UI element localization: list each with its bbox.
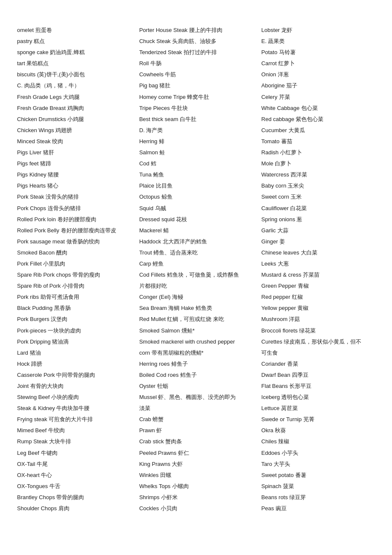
list-item: Lobster 龙虾: [261, 26, 375, 35]
list-item: Cod 鳕: [139, 159, 253, 168]
list-item: Chicken Wings 鸡翅膀: [17, 126, 131, 135]
list-item: Crab stick 蟹肉条: [139, 437, 253, 446]
list-item: Black Pudding 黑香肠: [17, 304, 131, 313]
list-item: Beans rots 绿豆芽: [261, 493, 375, 502]
list-item: Pork sausage meat 做香肠的绞肉: [17, 237, 131, 246]
list-item: Curettes 绿皮南瓜，形状似小黄瓜，但不: [261, 337, 375, 347]
list-item: Green Pepper 青椒: [261, 281, 375, 291]
list-item: Pork ribs 助骨可煮汤食用: [17, 292, 131, 302]
list-item: Rolled Pork Belly 卷好的腰部瘦肉连带皮: [17, 226, 131, 235]
list-item: Pork Dripping 猪油滴: [17, 337, 131, 347]
list-item: Pork Fillet 小里肌肉: [17, 259, 131, 269]
list-item: Mustard & cress 芥菜苗: [261, 270, 375, 280]
list-item: White Cabbage 包心菜: [261, 104, 375, 113]
list-item: King Prawns 大虾: [139, 460, 253, 469]
list-item: Fresh Grade Legs 大鸡腿: [17, 92, 131, 102]
list-item: Red pepper 红椒: [261, 292, 375, 302]
list-item: Stewing Beef 小块的瘦肉: [17, 393, 131, 402]
list-item: Eddoes 小芋头: [261, 448, 375, 458]
list-item: Brantley Chops 带骨的腿肉: [17, 493, 131, 502]
list-item: Winkles 田螺: [139, 471, 253, 480]
list-item: Pigs Liver 猪肝: [17, 148, 131, 157]
list-item: Cockles 小贝肉: [139, 504, 253, 513]
list-item: Spare Rib of Pork 小排骨肉: [17, 281, 131, 291]
list-item: Best thick seam 白牛肚: [139, 115, 253, 124]
list-item: Watercress 西洋菜: [261, 170, 375, 179]
list-item: Rolled Pork loin 卷好的腰部瘦肉: [17, 215, 131, 224]
list-item: Spare Rib Pork chops 带骨的瘦肉: [17, 270, 131, 280]
list-item: Plaice 比目鱼: [139, 181, 253, 191]
list-item: corn 带有黑胡椒粒的燻鲭*: [139, 348, 253, 358]
list-item: Fresh Grade Breast 鸡胸肉: [17, 104, 131, 113]
list-item: Casserole Pork 中间带骨的腿肉: [17, 370, 131, 380]
list-item: Cauliflower 白花菜: [261, 204, 375, 213]
list-item: Conger (Eel) 海鳗: [139, 292, 253, 302]
list-item: Sea Bream 海鲷 Hake 鳕鱼类: [139, 304, 253, 313]
list-item: Smoked Bacon 醺肉: [17, 248, 131, 257]
list-item: Mole 白萝卜: [261, 159, 375, 168]
list-item: Lettuce 莴苣菜: [261, 404, 375, 413]
list-item: Pork Steak 没骨头的猪排: [17, 192, 131, 202]
list-item: Cod Fillets 鳕鱼块，可做鱼羹，或炸酥鱼: [139, 270, 253, 280]
list-item: sponge cake 奶油鸡蛋,蜂糕: [17, 48, 131, 57]
list-item: Boiled Cod roes 鳕鱼子: [139, 370, 253, 380]
list-item: OX-Tongues 牛舌: [17, 482, 131, 491]
list-item: Carrot 红萝卜: [261, 59, 375, 68]
list-item: 片都很好吃: [139, 281, 253, 291]
list-item: Mackerel 鲭: [139, 226, 253, 235]
list-item: Dressed squid 花枝: [139, 215, 253, 224]
list-item: Peeled Prawns 虾仁: [139, 448, 253, 458]
list-item: Shrimps 小虾米: [139, 493, 253, 502]
list-item: Frying steak 可煎食的大片牛排: [17, 415, 131, 424]
list-item: Coriander 香菜: [261, 359, 375, 369]
list-item: Haddock 北大西洋产的鳕鱼: [139, 237, 253, 246]
list-item: Tripe Pieces 牛肚块: [139, 104, 253, 113]
list-item: Salmon 鲑: [139, 148, 253, 157]
list-item: Joint 有骨的大块肉: [17, 382, 131, 391]
list-item: Shoulder Chops 肩肉: [17, 504, 131, 513]
list-item: Okra 秋葵: [261, 426, 375, 435]
list-item: Smoked mackerel with crushed pepper: [139, 337, 253, 347]
list-item: Swede or Turnip 芜菁: [261, 415, 375, 424]
list-item: Trout 鳟鱼、适合蒸来吃: [139, 248, 253, 257]
list-item: pastry 糕点: [17, 37, 131, 46]
list-item: Spring onions 葱: [261, 215, 375, 224]
list-item: Sweet potato 番薯: [261, 471, 375, 480]
list-item: Sweet corn 玉米: [261, 192, 375, 202]
column-1: omelet 煎蛋卷pastry 糕点sponge cake 奶油鸡蛋,蜂糕ta…: [17, 26, 131, 513]
list-item: 淡菜: [139, 404, 253, 413]
list-item: Homey come Tripe 蜂窝牛肚: [139, 92, 253, 102]
list-item: Yellow pepper 黄椒: [261, 304, 375, 313]
list-item: Broccoli florets 绿花菜: [261, 326, 375, 335]
list-item: Iceberg 透明包心菜: [261, 393, 375, 402]
list-item: Pigs Kidney 猪腰: [17, 170, 131, 179]
column-2: Porter House Steak 腰上的牛排肉Chuck Steak 头肩肉…: [139, 26, 253, 513]
list-item: 可生食: [261, 348, 375, 358]
list-item: Pigs feet 猪蹄: [17, 159, 131, 168]
list-item: Prawn 虾: [139, 426, 253, 435]
list-item: Roll 牛肠: [139, 59, 253, 68]
list-item: Carp 鲤鱼: [139, 259, 253, 269]
list-item: Potato 马铃薯: [261, 48, 375, 57]
list-item: Oyster 牡蛎: [139, 382, 253, 391]
list-item: Leg Beef 牛键肉: [17, 448, 131, 458]
list-item: tart 果馅糕点: [17, 59, 131, 68]
list-item: Leeks 大葱: [261, 259, 375, 269]
list-item: Crab 螃蟹: [139, 415, 253, 424]
list-item: Cowheels 牛筋: [139, 70, 253, 79]
list-item: Mimed Beef 牛绞肉: [17, 426, 131, 435]
list-item: Herring roes 鲱鱼子: [139, 359, 253, 369]
list-item: Red cabbage 紫色包心菜: [261, 115, 375, 124]
list-item: Pig bag 猪肚: [139, 81, 253, 90]
list-item: Chinese leaves 大白菜: [261, 248, 375, 257]
list-item: Smoked Salmon 燻鲑*: [139, 326, 253, 335]
list-item: Pork-pieces 一块块的虚肉: [17, 326, 131, 335]
list-item: Tenderized Steak 拍打过的牛排: [139, 48, 253, 57]
list-item: Pork Burgers 汉堡肉: [17, 315, 131, 324]
list-item: C. 肉品类（鸡，猪，牛）: [17, 81, 131, 90]
list-item: Chicken Drumsticks 小鸡腿: [17, 115, 131, 124]
list-item: Rump Steak 大块牛排: [17, 437, 131, 446]
list-item: Flat Beans 长形平豆: [261, 382, 375, 391]
main-content: omelet 煎蛋卷pastry 糕点sponge cake 奶油鸡蛋,蜂糕ta…: [17, 26, 375, 513]
list-item: Garlic 大蒜: [261, 226, 375, 235]
